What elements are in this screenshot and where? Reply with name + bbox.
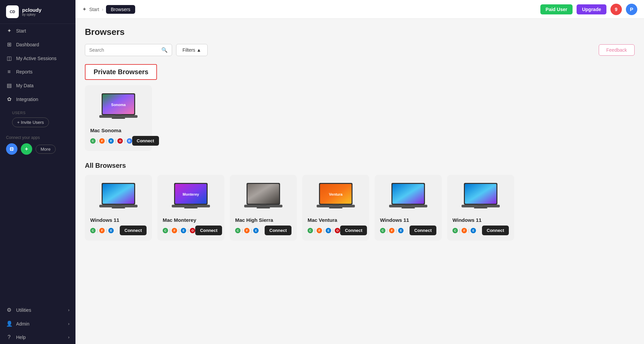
connect-icon-2[interactable]: +	[21, 143, 32, 155]
browser-name: Mac High Sierra	[235, 217, 273, 223]
edge-icon: E	[253, 228, 259, 233]
connect-button[interactable]: Connect	[265, 226, 291, 235]
svg-rect-32	[401, 207, 415, 208]
sidebar-item-help-label: Help	[16, 335, 26, 340]
browser-icons: C|F|E|O	[163, 228, 195, 233]
connect-button[interactable]: Connect	[340, 226, 367, 235]
sidebar-item-sessions-label: My Active Sessions	[16, 56, 57, 61]
edge-icon: E	[471, 228, 476, 233]
start-icon: ✦	[6, 28, 12, 34]
help-icon: ?	[6, 334, 12, 340]
firefox-icon: F	[99, 228, 105, 233]
firefox-icon: F	[244, 228, 250, 233]
sidebar-bottom: ⚙ Utilities › 👤 Admin › ? Help ›	[0, 303, 75, 344]
icon-separator: |	[178, 228, 179, 233]
connect-icons: + More	[6, 143, 69, 155]
card-actions-row: C|F|E Connect	[452, 226, 509, 235]
card-row: Mac High Sierra	[235, 217, 291, 223]
sidebar-item-dashboard[interactable]: ⊞ Dashboard	[0, 38, 75, 51]
breadcrumb-icon: ✦	[82, 6, 87, 12]
breadcrumb: ✦ Start › Browsers	[82, 5, 135, 14]
utilities-icon: ⚙	[6, 307, 12, 313]
breadcrumb-start[interactable]: Start	[89, 7, 99, 12]
chrome-icon: C	[90, 138, 96, 144]
svg-rect-11	[115, 204, 122, 205]
icon-separator: |	[323, 228, 324, 233]
connect-button[interactable]: Connect	[120, 226, 147, 235]
icon-separator: |	[97, 139, 98, 143]
invite-users-button[interactable]: + Invite Users	[12, 117, 49, 127]
browser-name: Windows 11	[90, 217, 119, 223]
avatar-button[interactable]: P	[626, 4, 637, 15]
sidebar-item-integration[interactable]: ✿ Integration	[0, 92, 75, 106]
laptop-image: Sonoma	[95, 91, 142, 124]
sidebar-item-start[interactable]: ✦ Start	[0, 24, 75, 38]
sidebar-item-admin[interactable]: 👤 Admin ›	[0, 317, 75, 331]
svg-rect-6	[115, 114, 122, 116]
more-button[interactable]: More	[36, 145, 56, 154]
connect-section: Connect your apps + More	[0, 131, 75, 159]
browser-name: Windows 11	[380, 217, 409, 223]
sidebar-item-help[interactable]: ? Help ›	[0, 331, 75, 344]
laptop-image	[240, 180, 287, 214]
breadcrumb-separator: ›	[102, 7, 104, 12]
card-row: Windows 11	[90, 217, 147, 223]
svg-rect-33	[405, 204, 412, 205]
edge-icon: E	[398, 228, 404, 233]
users-section-label: Users	[6, 105, 32, 117]
sidebar-item-utilities[interactable]: ⚙ Utilities ›	[0, 303, 75, 317]
topbar: ✦ Start › Browsers Paid User Upgrade 9 P	[75, 0, 644, 19]
card-row: Windows 11	[380, 217, 436, 223]
connect-button[interactable]: Connect	[410, 226, 436, 235]
browser-name: Mac Sonoma	[90, 128, 121, 133]
opera-icon: O	[335, 228, 340, 233]
browser-icons: C|F|E	[452, 228, 476, 233]
svg-text:Monterey: Monterey	[183, 192, 200, 196]
sidebar-item-my-data[interactable]: ▤ My Data	[0, 79, 75, 92]
card-bottom: Mac Monterey C|F|E|O Connect	[163, 217, 219, 235]
paid-user-button[interactable]: Paid User	[540, 4, 573, 14]
connect-button[interactable]: Connect	[132, 136, 159, 146]
browser-icons: C|F|E	[90, 228, 114, 233]
main-area: ✦ Start › Browsers Paid User Upgrade 9 P…	[75, 0, 644, 344]
notification-button[interactable]: 9	[610, 4, 622, 15]
icon-separator: |	[106, 139, 107, 143]
search-input[interactable]	[89, 44, 159, 56]
svg-rect-21	[257, 207, 270, 208]
logo-text: pcloudy	[22, 7, 42, 13]
card-row: Mac Monterey	[163, 217, 219, 223]
chrome-icon: C	[90, 228, 96, 233]
filter-button[interactable]: Filters ▲	[176, 44, 208, 56]
help-arrow: ›	[68, 335, 69, 340]
toolbar: 🔍 Filters ▲ Feedback	[85, 44, 635, 56]
card-row: Mac Ventura	[308, 217, 364, 223]
sidebar-item-admin-label: Admin	[16, 321, 30, 327]
laptop-image	[95, 180, 142, 214]
card-bottom: Mac Ventura C|F|E|O Connect	[308, 217, 364, 235]
edge-icon: E	[181, 228, 186, 233]
firefox-icon: F	[99, 138, 105, 144]
reports-icon: ≡	[6, 69, 12, 75]
upgrade-button[interactable]: Upgrade	[577, 4, 606, 14]
private-browsers-header: Private Browsers	[85, 64, 157, 80]
connect-button[interactable]: Connect	[195, 226, 222, 235]
topbar-right: Paid User Upgrade 9 P	[540, 4, 637, 15]
svg-rect-35	[465, 184, 496, 204]
feedback-button[interactable]: Feedback	[599, 44, 635, 56]
sidebar-item-reports[interactable]: ≡ Reports	[0, 65, 75, 79]
card-bottom: Windows 11 C|F|E Connect	[380, 217, 436, 235]
svg-text:Sonoma: Sonoma	[111, 103, 126, 107]
icon-separator: |	[169, 228, 170, 233]
private-browsers-title: Private Browsers	[94, 68, 148, 76]
icon-separator: |	[106, 228, 107, 233]
browser-icons: C|F|E|O|B	[90, 138, 132, 144]
connect-icon-1[interactable]	[6, 143, 17, 155]
card-bottom: Windows 11 C|F|E Connect	[452, 217, 509, 235]
chrome-icon: C	[235, 228, 240, 233]
connect-button[interactable]: Connect	[482, 226, 509, 235]
card-bottom: Mac Sonoma C|F|E|O|B Connect	[90, 128, 147, 146]
sidebar-item-active-sessions[interactable]: ◫ My Active Sessions	[0, 51, 75, 65]
icon-separator: |	[459, 228, 460, 233]
browser-name: Mac Monterey	[163, 217, 196, 223]
data-icon: ▤	[6, 82, 12, 89]
